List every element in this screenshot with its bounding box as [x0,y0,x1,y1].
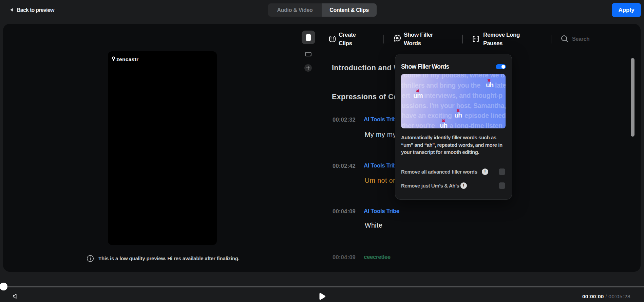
svg-text:zencastr: zencastr [116,56,138,62]
